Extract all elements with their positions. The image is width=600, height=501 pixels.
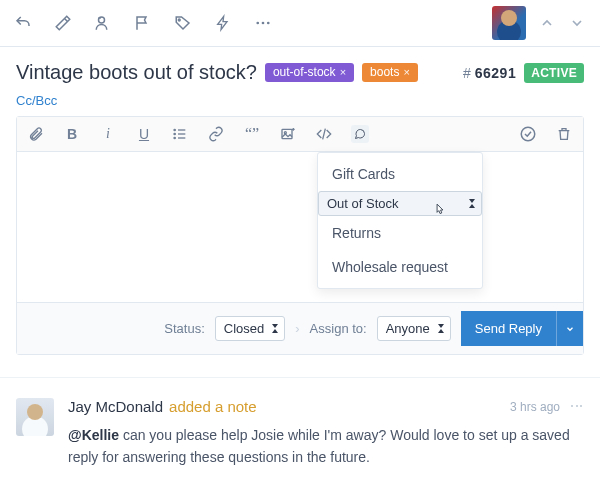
- ticket-tag[interactable]: boots ×: [362, 63, 418, 82]
- note-item: Jay McDonald added a note 3 hrs ago ⋮ @K…: [0, 377, 600, 488]
- link-icon[interactable]: [207, 125, 225, 143]
- code-icon[interactable]: [315, 125, 333, 143]
- send-reply-options-button[interactable]: [556, 311, 583, 346]
- editor-body[interactable]: Gift Cards Out of Stock Returns Wholesal…: [17, 152, 583, 302]
- ticket-number: # 66291: [463, 65, 516, 81]
- saved-replies-icon[interactable]: [351, 125, 369, 143]
- image-icon[interactable]: [279, 125, 297, 143]
- svg-rect-11: [282, 129, 292, 138]
- status-badge: ACTIVE: [524, 63, 584, 83]
- top-toolbar: [0, 0, 600, 47]
- note-timestamp: 3 hrs ago: [510, 400, 560, 414]
- cc-bcc-toggle[interactable]: Cc/Bcc: [0, 92, 600, 116]
- note-body-text: @Kellie can you please help Josie while …: [68, 425, 584, 468]
- tag-remove-icon[interactable]: ×: [340, 66, 346, 78]
- note-action-text: added a note: [169, 398, 257, 415]
- ticket-subject: Vintage boots out of stock?: [16, 61, 257, 84]
- quote-icon[interactable]: “”: [243, 125, 261, 143]
- italic-icon[interactable]: i: [99, 125, 117, 143]
- saved-reply-option[interactable]: Gift Cards: [318, 157, 482, 191]
- saved-replies-dropdown: Gift Cards Out of Stock Returns Wholesal…: [317, 152, 483, 289]
- underline-icon[interactable]: U: [135, 125, 153, 143]
- tag-remove-icon[interactable]: ×: [403, 66, 409, 78]
- cc-bcc-link[interactable]: Cc/Bcc: [16, 93, 57, 108]
- note-author: Jay McDonald: [68, 398, 163, 415]
- svg-point-5: [174, 129, 175, 130]
- next-ticket-icon[interactable]: [568, 14, 586, 32]
- editor-toolbar: B i U “”: [17, 117, 583, 152]
- ticket-tag-label: out-of-stock: [273, 65, 336, 79]
- pointer-cursor-icon: [433, 202, 447, 218]
- separator-icon: ›: [295, 321, 299, 336]
- svg-point-6: [174, 133, 175, 134]
- svg-point-7: [174, 137, 175, 138]
- svg-point-13: [521, 127, 535, 141]
- svg-point-3: [262, 22, 265, 25]
- assign-label: Assign to:: [310, 321, 367, 336]
- status-select[interactable]: Closed: [215, 316, 285, 341]
- approve-icon[interactable]: [519, 125, 537, 143]
- ticket-tag-label: boots: [370, 65, 399, 79]
- prev-ticket-icon[interactable]: [538, 14, 556, 32]
- ticket-header: Vintage boots out of stock? out-of-stock…: [0, 47, 600, 92]
- svg-point-2: [256, 22, 259, 25]
- attach-icon[interactable]: [27, 125, 45, 143]
- editor-footer: Status: Closed › Assign to: Anyone Send …: [17, 302, 583, 354]
- svg-point-1: [178, 19, 180, 21]
- tag-icon[interactable]: [174, 14, 192, 32]
- edit-icon[interactable]: [54, 14, 72, 32]
- status-label: Status:: [164, 321, 204, 336]
- ticket-tag[interactable]: out-of-stock ×: [265, 63, 354, 82]
- send-reply-button[interactable]: Send Reply: [461, 311, 556, 346]
- action-icon[interactable]: [214, 14, 232, 32]
- saved-reply-label: Out of Stock: [327, 196, 399, 211]
- user-avatar[interactable]: [492, 6, 526, 40]
- list-icon[interactable]: [171, 125, 189, 143]
- saved-reply-option[interactable]: Out of Stock: [318, 191, 482, 216]
- reply-editor: B i U “” Gift Cards Out of Stock Returns: [16, 116, 584, 355]
- note-mention: @Kellie: [68, 427, 119, 443]
- saved-reply-option[interactable]: Wholesale request: [318, 250, 482, 284]
- note-body-rest: can you please help Josie while I'm away…: [68, 427, 570, 465]
- bold-icon[interactable]: B: [63, 125, 81, 143]
- flag-icon[interactable]: [134, 14, 152, 32]
- svg-point-4: [267, 22, 270, 25]
- assign-select[interactable]: Anyone: [377, 316, 451, 341]
- note-author-avatar: [16, 398, 54, 436]
- note-menu-icon[interactable]: ⋮: [570, 400, 584, 413]
- trash-icon[interactable]: [555, 125, 573, 143]
- assign-user-icon[interactable]: [94, 14, 112, 32]
- saved-reply-option[interactable]: Returns: [318, 216, 482, 250]
- more-icon[interactable]: [254, 14, 272, 32]
- reply-icon[interactable]: [14, 14, 32, 32]
